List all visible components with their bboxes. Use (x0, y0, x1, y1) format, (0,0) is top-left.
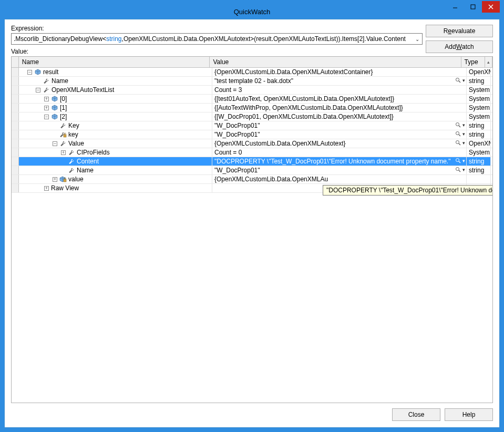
collapse-icon[interactable]: − (44, 115, 49, 119)
row-gutter (12, 175, 19, 183)
value-cell[interactable]: "test template 02 - bak.dotx"▾ (212, 77, 467, 85)
value-cell[interactable]: Count = 0 (212, 148, 467, 157)
visualizer-dropdown[interactable]: ▾ (455, 122, 465, 128)
name-cell[interactable]: +[1] (19, 104, 212, 112)
scroll-up-icon[interactable]: ▴ (485, 57, 492, 67)
type-cell: System.C (467, 86, 491, 94)
header-value[interactable]: Value (210, 57, 461, 67)
help-button[interactable]: Help (445, 408, 493, 421)
value-label: Value: (11, 48, 423, 55)
visualizer-dropdown[interactable]: ▾ (455, 140, 465, 146)
expression-input[interactable]: .Mscorlib_DictionaryDebugView<string,Ope… (11, 33, 423, 45)
close-button[interactable]: Close (392, 408, 440, 421)
grid-body[interactable]: −result{OpenXMLCustomLib.Data.OpenXMLAut… (12, 68, 492, 403)
value-tooltip: "DOCPROPERTY \"Test_W_DocProp01\"Error! … (323, 185, 492, 196)
dialog-footer: Close Help (11, 408, 493, 421)
name-cell[interactable]: −OpenXMLAutoTextList (19, 86, 212, 94)
collapse-icon[interactable]: − (36, 88, 40, 92)
maximize-button[interactable] (464, 1, 482, 13)
table-row[interactable]: +[1]{[AutoTextWithProp, OpenXMLCustomLib… (12, 104, 492, 112)
table-row[interactable]: key"W_DocProp01"▾string (12, 130, 492, 139)
table-row[interactable]: −Value{OpenXMLCustomLib.Data.OpenXMLAuto… (12, 139, 492, 148)
name-cell[interactable]: Key (19, 121, 212, 130)
value-cell[interactable]: {OpenXMLCustomLib.Data.OpenXMLAutotext}▾ (212, 139, 467, 148)
cube-icon (34, 68, 42, 76)
value-cell[interactable]: "W_DocProp01"▾ (212, 166, 467, 174)
chevron-down-icon: ▾ (462, 140, 465, 146)
chevron-down-icon: ▾ (462, 78, 465, 83)
name-cell[interactable]: Name (19, 166, 212, 174)
type-cell: System.C (467, 112, 491, 121)
table-row[interactable]: +value{OpenXMLCustomLib.Data.OpenXMLAu (12, 175, 492, 184)
table-row[interactable]: Content"DOCPROPERTY \"Test_W_DocProp01\"… (12, 157, 492, 166)
row-gutter (12, 77, 19, 85)
header-name[interactable]: Name (19, 57, 210, 67)
value-text: Count = 3 (214, 86, 242, 94)
magnifier-icon (455, 167, 461, 173)
visualizer-dropdown[interactable]: ▾ (455, 158, 465, 164)
name-cell[interactable]: +value (19, 175, 212, 183)
value-cell[interactable]: Count = 3 (212, 86, 467, 94)
value-cell[interactable]: {[AutoTextWithProp, OpenXMLCustomLib.Dat… (212, 104, 467, 112)
expression-block: Expression: .Mscorlib_DictionaryDebugVie… (11, 25, 423, 56)
name-cell[interactable]: −[2] (19, 112, 212, 121)
wrench-icon (68, 158, 75, 165)
titlebar[interactable]: QuickWatch (4, 4, 500, 19)
value-cell[interactable]: "DOCPROPERTY \"Test_W_DocProp01\"Error! … (212, 157, 467, 166)
table-row[interactable]: +CIProFieldsCount = 0System.C (12, 148, 492, 157)
name-cell[interactable]: −result (19, 68, 212, 76)
value-cell[interactable]: {[test01AutoText, OpenXMLCustomLib.Data.… (212, 95, 467, 103)
table-row[interactable]: Key"W_DocProp01"▾string (12, 121, 492, 130)
table-row[interactable]: Name"test template 02 - bak.dotx"▾string (12, 77, 492, 86)
table-row[interactable]: +[0]{[test01AutoText, OpenXMLCustomLib.D… (12, 95, 492, 104)
collapse-icon[interactable]: − (53, 141, 57, 146)
reevaluate-button[interactable]: Reevaluate (426, 25, 493, 37)
cube-icon (51, 113, 58, 120)
minimize-button[interactable] (446, 1, 464, 13)
visualizer-dropdown[interactable]: ▾ (455, 131, 465, 137)
expand-icon[interactable]: + (53, 177, 57, 182)
name-text: result (43, 68, 58, 76)
name-cell[interactable]: Name (19, 77, 212, 85)
name-text: key (68, 131, 78, 138)
value-cell[interactable]: {[W_DocProp01, OpenXMLCustomLib.Data.Ope… (212, 112, 467, 121)
table-row[interactable]: −OpenXMLAutoTextListCount = 3System.C (12, 86, 492, 95)
header-type[interactable]: Type (461, 57, 486, 67)
name-cell[interactable]: Content (19, 157, 212, 166)
wrench-icon (43, 77, 50, 85)
cube-icon (51, 95, 58, 102)
wrench-icon (59, 140, 67, 147)
expand-icon[interactable]: + (61, 150, 66, 155)
close-window-button[interactable] (482, 1, 500, 13)
value-text: Count = 0 (214, 149, 242, 156)
value-cell[interactable]: "W_DocProp01"▾ (212, 121, 467, 130)
add-watch-button[interactable]: Add Watch (426, 40, 493, 53)
collapse-icon[interactable]: − (27, 70, 32, 75)
type-cell: string (467, 130, 491, 139)
expand-icon[interactable]: + (44, 186, 49, 191)
name-cell[interactable]: +CIProFields (19, 148, 212, 157)
table-row[interactable]: −[2]{[W_DocProp01, OpenXMLCustomLib.Data… (12, 112, 492, 121)
chevron-down-icon: ▾ (462, 158, 465, 163)
visualizer-dropdown[interactable]: ▾ (455, 77, 465, 84)
table-row[interactable]: Name"W_DocProp01"▾string (12, 166, 492, 175)
wrench-icon (59, 131, 67, 138)
name-cell[interactable]: +Raw View (19, 184, 212, 192)
visualizer-dropdown[interactable]: ▾ (455, 167, 465, 173)
chevron-down-icon[interactable]: ⌄ (414, 36, 421, 42)
svg-point-4 (456, 78, 459, 81)
value-cell[interactable]: {OpenXMLCustomLib.Data.OpenXMLAutotextCo… (212, 68, 467, 76)
name-text: Value (68, 140, 84, 147)
expression-text: .Mscorlib_DictionaryDebugView<string,Ope… (14, 35, 414, 43)
type-cell: string (467, 166, 491, 174)
name-cell[interactable]: key (19, 130, 212, 139)
name-cell[interactable]: +[0] (19, 95, 212, 103)
value-cell[interactable]: {OpenXMLCustomLib.Data.OpenXMLAu (212, 175, 467, 183)
expand-icon[interactable]: + (44, 106, 49, 110)
value-cell[interactable]: "W_DocProp01"▾ (212, 130, 467, 139)
table-row[interactable]: −result{OpenXMLCustomLib.Data.OpenXMLAut… (12, 68, 492, 77)
expand-icon[interactable]: + (44, 97, 49, 101)
value-text: "W_DocProp01" (214, 122, 260, 129)
name-cell[interactable]: −Value (19, 139, 212, 148)
magnifier-icon (455, 122, 461, 128)
